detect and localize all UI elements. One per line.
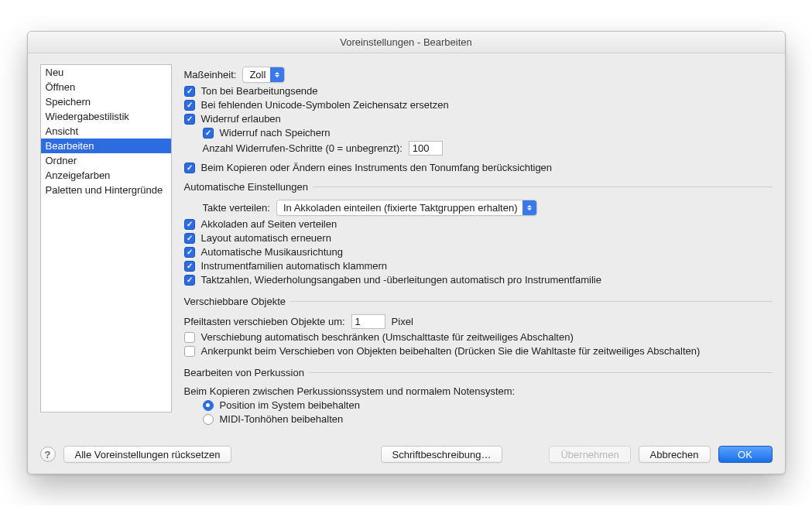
- undo-after-save-row: Widerruf nach Speichern: [203, 127, 773, 139]
- ok-label: OK: [738, 449, 752, 460]
- sidebar-item-neu[interactable]: Neu: [41, 65, 171, 80]
- unicode-fallback-checkbox[interactable]: [184, 100, 195, 111]
- sidebar-item-label: Neu: [46, 67, 64, 78]
- bar-numbers-row: Taktzahlen, Wiederholungsangaben und -üb…: [184, 274, 773, 286]
- sidebar-item-bearbeiten[interactable]: Bearbeiten: [41, 139, 171, 153]
- sidebar-item-label: Öffnen: [46, 81, 76, 93]
- sound-end-checkbox[interactable]: [184, 86, 195, 97]
- undo-allow-row: Widerruf erlauben: [184, 113, 773, 125]
- copy-instrument-checkbox[interactable]: [184, 163, 195, 173]
- perc-opt2-row: MIDI-Tonhöhen beibehalten: [203, 413, 773, 425]
- instrument-brackets-checkbox[interactable]: [184, 261, 195, 272]
- bottom-bar: ? Alle Voreinstellungen rücksetzen Schri…: [28, 440, 785, 474]
- perc-opt1-row: Position im System beibehalten: [203, 399, 773, 411]
- sidebar-item-label: Ansicht: [46, 125, 79, 137]
- bar-numbers-checkbox[interactable]: [184, 275, 195, 286]
- apply-button: Übernehmen: [549, 446, 630, 463]
- reset-all-label: Alle Voreinstellungen rücksetzen: [75, 449, 221, 460]
- layout-label: Layout automatisch erneuern: [201, 232, 331, 244]
- font-description-button[interactable]: Schriftbeschreibung…: [381, 446, 503, 463]
- sidebar-item-ordner[interactable]: Ordner: [41, 153, 171, 168]
- anchor-row: Ankerpunkt beim Verschieben von Objekten…: [184, 345, 773, 357]
- arrow-label: Pfeiltasten verschieben Objekte um:: [184, 316, 345, 327]
- move-legend: Verschiebbare Objekte: [184, 296, 291, 307]
- undo-allow-checkbox[interactable]: [184, 114, 195, 125]
- perc-opt1-label: Position im System beibehalten: [220, 399, 360, 411]
- arrow-value-field[interactable]: 1: [351, 314, 385, 329]
- instrument-brackets-label: Instrumentfamilien automatisch klammern: [201, 260, 388, 272]
- sidebar-item-oeffnen[interactable]: Öffnen: [41, 80, 171, 94]
- perc-opt2-label: MIDI-Tonhöhen beibehalten: [220, 413, 344, 425]
- cancel-button[interactable]: Abbrechen: [639, 446, 711, 463]
- unit-row: Maßeinheit: Zoll: [184, 67, 773, 83]
- takte-select[interactable]: In Akkoladen einteilen (fixierte Taktgru…: [276, 200, 537, 216]
- sidebar-item-label: Ordner: [46, 155, 77, 166]
- content-area: Neu Öffnen Speichern Wiedergabestilistik…: [28, 53, 785, 440]
- perc-intro: Beim Kopieren zwischen Perkussionssystem…: [184, 385, 516, 397]
- takte-value: In Akkoladen einteilen (fixierte Taktgru…: [283, 202, 518, 214]
- akkoladen-row: Akkoladen auf Seiten verteilen: [184, 218, 773, 230]
- sidebar-item-label: Speichern: [46, 96, 91, 108]
- sidebar-item-label: Paletten und Hintergründe: [46, 184, 163, 196]
- akkoladen-checkbox[interactable]: [184, 219, 195, 230]
- undo-after-save-checkbox[interactable]: [203, 128, 214, 139]
- restrict-row: Verschiebung automatisch beschränken (Um…: [184, 331, 773, 343]
- perc-opt2-radio[interactable]: [203, 414, 214, 425]
- unit-value: Zoll: [249, 69, 266, 80]
- undo-steps-value: 100: [413, 142, 430, 154]
- font-desc-label: Schriftbeschreibung…: [392, 449, 492, 460]
- layout-checkbox[interactable]: [184, 233, 195, 244]
- sidebar-item-wiedergabestilistik[interactable]: Wiedergabestilistik: [41, 109, 171, 124]
- apply-label: Übernehmen: [560, 449, 618, 460]
- sidebar-item-speichern[interactable]: Speichern: [41, 94, 171, 109]
- arrow-unit: Pixel: [392, 316, 413, 327]
- move-group: Verschiebbare Objekte Pfeiltasten versch…: [184, 296, 773, 359]
- window-titlebar: Voreinstellungen - Bearbeiten: [28, 32, 785, 53]
- perc-opt1-radio[interactable]: [203, 400, 214, 411]
- unicode-fallback-row: Bei fehlenden Unicode-Symbolen Zeichensa…: [184, 99, 773, 111]
- copy-instrument-row: Beim Kopieren oder Ändern eines Instrume…: [184, 162, 773, 173]
- sidebar-item-label: Bearbeiten: [46, 140, 94, 152]
- anchor-label: Ankerpunkt beim Verschieben von Objekten…: [201, 345, 701, 357]
- unit-select[interactable]: Zoll: [242, 67, 285, 83]
- window-title: Voreinstellungen - Bearbeiten: [340, 36, 472, 48]
- instrument-brackets-row: Instrumentfamilien automatisch klammern: [184, 260, 773, 272]
- select-caret-icon: [270, 67, 284, 82]
- arrow-row: Pfeiltasten verschieben Objekte um: 1 Pi…: [184, 314, 773, 329]
- sidebar-item-paletten[interactable]: Paletten und Hintergründe: [41, 183, 171, 197]
- perc-legend: Bearbeiten von Perkussion: [184, 367, 309, 378]
- ok-button[interactable]: OK: [718, 446, 773, 463]
- music-align-checkbox[interactable]: [184, 247, 195, 258]
- sound-end-label: Ton bei Bearbeitungsende: [201, 85, 318, 97]
- takte-label: Takte verteilen:: [203, 202, 270, 214]
- restrict-checkbox[interactable]: [184, 332, 195, 343]
- sound-end-row: Ton bei Bearbeitungsende: [184, 85, 773, 97]
- main-panel: Maßeinheit: Zoll Ton bei Bearbeitungsend…: [184, 64, 773, 430]
- music-align-label: Automatische Musikausrichtung: [201, 246, 344, 258]
- sidebar-item-ansicht[interactable]: Ansicht: [41, 124, 171, 139]
- auto-legend: Automatische Einstellungen: [184, 181, 313, 193]
- arrow-value: 1: [355, 316, 361, 327]
- akkoladen-label: Akkoladen auf Seiten verteilen: [201, 218, 337, 230]
- unit-label: Maßeinheit:: [184, 69, 237, 80]
- select-caret-icon: [522, 200, 536, 215]
- layout-row: Layout automatisch erneuern: [184, 232, 773, 244]
- sidebar-item-label: Wiedergabestilistik: [46, 111, 129, 122]
- unicode-fallback-label: Bei fehlenden Unicode-Symbolen Zeichensa…: [201, 99, 449, 111]
- takte-row: Takte verteilen: In Akkoladen einteilen …: [203, 200, 773, 216]
- perc-intro-row: Beim Kopieren zwischen Perkussionssystem…: [184, 385, 773, 397]
- undo-steps-label: Anzahl Widerrufen-Schritte (0 = unbegren…: [203, 142, 403, 154]
- help-button[interactable]: ?: [40, 447, 56, 462]
- undo-allow-label: Widerruf erlauben: [201, 113, 281, 125]
- perc-group: Bearbeiten von Perkussion Beim Kopieren …: [184, 367, 773, 427]
- copy-instrument-label: Beim Kopieren oder Ändern eines Instrume…: [201, 162, 553, 173]
- undo-steps-field[interactable]: 100: [409, 141, 443, 156]
- preferences-window: Voreinstellungen - Bearbeiten Neu Öffnen…: [27, 31, 786, 474]
- bar-numbers-label: Taktzahlen, Wiederholungsangaben und -üb…: [201, 274, 601, 286]
- auto-group: Automatische Einstellungen Takte verteil…: [184, 181, 773, 288]
- reset-all-button[interactable]: Alle Voreinstellungen rücksetzen: [63, 446, 232, 463]
- sidebar-item-anzeigefarben[interactable]: Anzeigefarben: [41, 168, 171, 183]
- music-align-row: Automatische Musikausrichtung: [184, 246, 773, 258]
- anchor-checkbox[interactable]: [184, 346, 195, 357]
- undo-after-save-label: Widerruf nach Speichern: [220, 127, 331, 139]
